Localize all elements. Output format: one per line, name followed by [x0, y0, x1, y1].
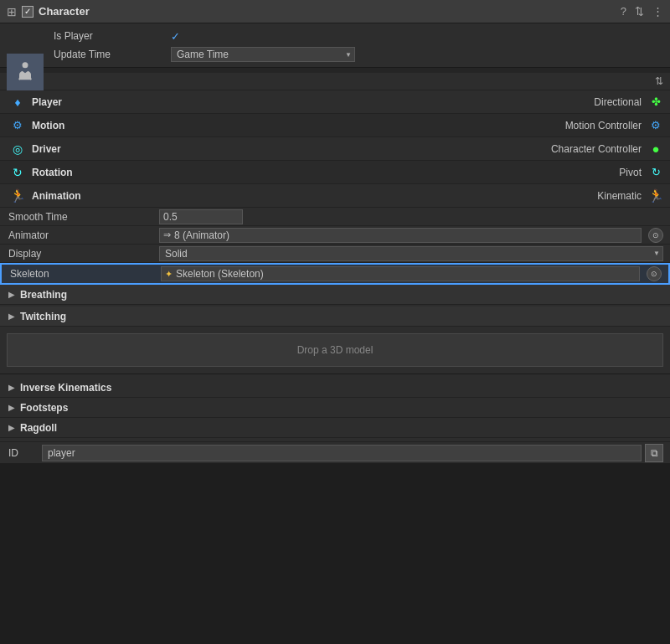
update-time-row: Update Time Game Time ▼: [50, 45, 670, 64]
settings-icon[interactable]: ⇅: [635, 5, 644, 18]
animator-value: 8 (Animator): [174, 229, 229, 241]
ragdoll-arrow: ▶: [8, 423, 15, 432]
footsteps-arrow: ▶: [8, 403, 15, 412]
rotation-value: Pivot: [619, 167, 642, 178]
display-row: Display Solid ▼: [0, 245, 670, 263]
player-icon: ♦: [8, 93, 27, 111]
animator-select-btn[interactable]: ⊙: [648, 228, 663, 243]
animation-icon: 🏃: [8, 187, 27, 205]
player-value: Directional: [594, 96, 642, 108]
ik-label: Inverse Kinematics: [20, 382, 111, 394]
display-value: Solid: [165, 248, 188, 260]
drop-model-label: Drop a 3D model: [297, 344, 374, 356]
is-player-row: Is Player ✓: [50, 27, 670, 45]
ik-arrow: ▶: [8, 383, 15, 392]
skeleton-row[interactable]: Skeleton ✦ Skeleton (Skeleton) ⊙: [0, 263, 670, 285]
player-label: Player: [32, 96, 594, 108]
animation-row[interactable]: 🏃 Animation Kinematic 🏃: [0, 184, 670, 208]
display-label: Display: [8, 248, 159, 260]
component-title: Character: [39, 5, 90, 18]
motion-row[interactable]: ⚙ Motion Motion Controller ⚙: [0, 114, 670, 137]
skeleton-obj-icon: ✦: [165, 269, 173, 280]
player-row[interactable]: ♦ Player Directional ✤: [0, 90, 670, 114]
update-time-label: Update Time: [54, 49, 171, 60]
settings-row: ⇅: [0, 73, 670, 90]
top-section: Is Player ✓ Update Time Game Time ▼: [0, 23, 670, 68]
is-player-label: Is Player: [54, 30, 171, 42]
component-section: ♦ Player Directional ✤ ⚙ Motion Motion C…: [0, 90, 670, 208]
footsteps-foldout[interactable]: ▶ Footsteps: [0, 398, 670, 418]
rotation-row[interactable]: ↻ Rotation Pivot ↻: [0, 161, 670, 184]
section-divider: [0, 374, 670, 374]
ragdoll-label: Ragdoll: [20, 422, 57, 434]
animation-label: Animation: [32, 190, 597, 202]
twitching-label: Twitching: [20, 311, 66, 322]
smooth-time-row: Smooth Time: [0, 208, 670, 226]
player-right-icon[interactable]: ✤: [648, 95, 663, 110]
driver-value: Character Controller: [551, 143, 642, 155]
twitching-arrow: ▶: [8, 312, 15, 321]
skeleton-select-btn[interactable]: ⊙: [647, 266, 662, 281]
update-time-dropdown[interactable]: Game Time ▼: [171, 47, 355, 62]
drop-model-area[interactable]: Drop a 3D model: [7, 333, 663, 367]
is-player-checkbox[interactable]: ✓: [171, 30, 180, 43]
motion-label: Motion: [32, 120, 565, 131]
footsteps-label: Footsteps: [20, 402, 68, 414]
skeleton-label: Skeleton: [10, 268, 161, 280]
animator-obj-icon: ⇒: [163, 229, 171, 240]
skeleton-field[interactable]: ✦ Skeleton (Skeleton): [161, 266, 640, 281]
inverse-kinematics-foldout[interactable]: ▶ Inverse Kinematics: [0, 378, 670, 398]
driver-row[interactable]: ◎ Driver Character Controller ●: [0, 137, 670, 161]
sub-sections: ▶ Inverse Kinematics ▶ Footsteps ▶ Ragdo…: [0, 378, 670, 438]
animation-right-icon[interactable]: 🏃: [648, 188, 663, 204]
ragdoll-foldout[interactable]: ▶ Ragdoll: [0, 418, 670, 438]
help-icon[interactable]: ?: [621, 5, 626, 18]
id-input[interactable]: [42, 445, 642, 461]
more-icon[interactable]: ⋮: [652, 5, 663, 18]
properties-section: Smooth Time Animator ⇒ 8 (Animator) ⊙ Di…: [0, 208, 670, 285]
motion-value: Motion Controller: [565, 120, 642, 131]
smooth-time-label: Smooth Time: [8, 211, 159, 223]
panel-settings-icon[interactable]: ⇅: [655, 75, 663, 87]
component-type-icon: ⊞: [7, 5, 17, 18]
component-enabled-checkbox[interactable]: ✓: [22, 6, 34, 18]
rotation-icon: ↻: [8, 163, 27, 182]
animation-value: Kinematic: [597, 190, 642, 202]
motion-right-icon[interactable]: ⚙: [648, 118, 663, 133]
animator-field[interactable]: ⇒ 8 (Animator): [159, 228, 642, 243]
driver-label: Driver: [32, 143, 551, 155]
smooth-time-input[interactable]: [159, 209, 243, 224]
svg-point-0: [23, 62, 28, 68]
copy-id-button[interactable]: ⧉: [645, 444, 663, 462]
motion-icon: ⚙: [8, 116, 27, 135]
animator-row: Animator ⇒ 8 (Animator) ⊙: [0, 226, 670, 245]
avatar: [7, 54, 44, 90]
id-row: ID ⧉: [0, 441, 670, 463]
animator-label: Animator: [8, 229, 159, 241]
rotation-right-icon[interactable]: ↻: [648, 165, 663, 180]
skeleton-value: Skeleton (Skeleton): [176, 268, 264, 280]
breathing-arrow: ▶: [8, 290, 15, 299]
rotation-label: Rotation: [32, 167, 619, 178]
display-dropdown[interactable]: Solid ▼: [159, 246, 663, 261]
breathing-label: Breathing: [20, 289, 67, 301]
twitching-foldout[interactable]: ▶ Twitching: [0, 307, 670, 327]
foldouts-section: ▶ Breathing ▶ Twitching: [0, 285, 670, 327]
inspector-header: ⊞ ✓ Character ? ⇅ ⋮: [0, 0, 670, 23]
breathing-foldout[interactable]: ▶ Breathing: [0, 285, 670, 305]
driver-icon: ◎: [8, 140, 27, 158]
driver-right-icon[interactable]: ●: [648, 142, 663, 157]
id-label: ID: [8, 447, 42, 459]
